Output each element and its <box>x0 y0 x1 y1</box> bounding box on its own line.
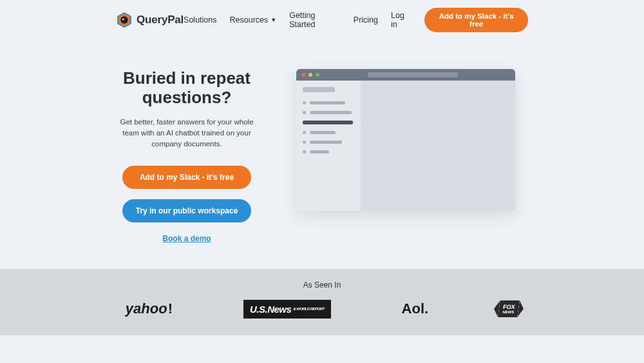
hero-book-demo-link[interactable]: Book a demo <box>162 234 211 243</box>
section-resolve-title: Resolve repetitive questions in chat ins… <box>0 361 644 363</box>
mock-main-pane <box>361 81 515 211</box>
mock-sidebar-item <box>303 131 354 134</box>
mock-sidebar-item-active <box>303 121 353 124</box>
svg-point-2 <box>120 16 128 23</box>
press-logo-fox-bot: NEWS <box>502 310 515 314</box>
nav-resources[interactable]: Resources ▼ <box>230 15 277 25</box>
press-logo-usnews: U.S.News & WORLD REPORT <box>243 300 331 319</box>
svg-point-3 <box>122 19 124 21</box>
press-logo-aol: Aol. <box>402 300 429 317</box>
hero-cta-secondary-button[interactable]: Try in our public workspace <box>122 199 251 222</box>
mock-search-bar <box>368 72 458 77</box>
logo-icon <box>116 12 133 28</box>
logo[interactable]: QueryPal <box>116 12 184 28</box>
mock-titlebar <box>296 69 515 81</box>
nav-menu: Solutions Resources ▼ Getting Started Pr… <box>184 8 528 32</box>
section-resolve: Resolve repetitive questions in chat ins… <box>0 335 644 363</box>
top-nav: QueryPal Solutions Resources ▼ Getting S… <box>0 0 644 40</box>
mock-sidebar-header <box>303 87 335 92</box>
hero-subtitle: Get better, faster answers for your whol… <box>119 117 254 150</box>
press-logos: yahoo U.S.News & WORLD REPORT Aol. FOX N… <box>0 300 644 319</box>
hero-cta-primary-button[interactable]: Add to my Slack - it's free <box>122 166 251 189</box>
chevron-down-icon: ▼ <box>270 17 276 23</box>
nav-getting-started[interactable]: Getting Started <box>289 11 341 29</box>
hero: Buried in repeat questions? Get better, … <box>0 40 644 269</box>
mock-sidebar <box>296 81 361 211</box>
traffic-light-min-icon <box>308 73 312 77</box>
press-logo-usnews-text: U.S.News <box>250 304 291 315</box>
mock-sidebar-item <box>303 141 354 144</box>
hero-illustration <box>296 69 528 211</box>
nav-solutions[interactable]: Solutions <box>184 15 216 25</box>
press-logo-foxnews: FOX NEWS <box>498 300 520 317</box>
hero-copy: Buried in repeat questions? Get better, … <box>116 69 258 243</box>
mock-sidebar-item <box>303 111 354 114</box>
mock-window <box>296 69 515 211</box>
logo-text: QueryPal <box>137 14 184 26</box>
mock-sidebar-item <box>303 150 354 153</box>
brand-area: QueryPal <box>116 12 184 28</box>
as-seen-in: As Seen In yahoo U.S.News & WORLD REPORT… <box>0 269 644 335</box>
mock-body <box>296 81 515 211</box>
hero-title: Buried in repeat questions? <box>116 69 258 108</box>
as-seen-in-title: As Seen In <box>0 280 644 289</box>
traffic-light-close-icon <box>301 73 305 77</box>
press-logo-fox-top: FOX <box>503 304 516 310</box>
traffic-light-max-icon <box>316 73 319 77</box>
nav-resources-label: Resources <box>230 15 269 25</box>
nav-login[interactable]: Log in <box>391 11 412 29</box>
press-logo-yahoo: yahoo <box>126 300 173 317</box>
press-logo-usnews-sub: & WORLD REPORT <box>293 307 324 311</box>
nav-pricing[interactable]: Pricing <box>354 15 378 25</box>
nav-cta-button[interactable]: Add to my Slack - it's free <box>424 8 528 32</box>
mock-sidebar-item <box>303 101 354 104</box>
hero-cta-group: Add to my Slack - it's free Try in our p… <box>116 166 258 243</box>
